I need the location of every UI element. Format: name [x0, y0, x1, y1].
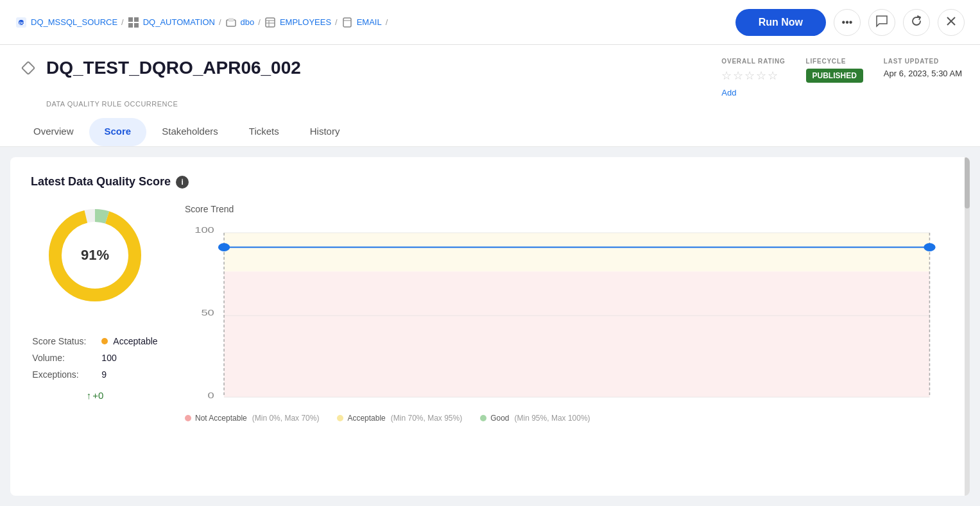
tab-history[interactable]: History [295, 118, 356, 146]
tab-score[interactable]: Score [89, 118, 147, 146]
overall-rating-label: OVERALL RATING [721, 58, 785, 65]
svg-rect-13 [343, 18, 351, 27]
svg-rect-8 [228, 18, 234, 22]
diamond-icon [18, 58, 39, 78]
scrollbar-thumb[interactable] [965, 157, 970, 208]
score-status-row: Score Status: Acceptable [32, 336, 157, 346]
table-icon [264, 17, 276, 28]
tabs-row: Overview Score Stakeholders Tickets Hist… [18, 118, 962, 146]
score-delta: ↑ +0 [87, 390, 104, 401]
legend-acceptable: Acceptable (Min 70%, Max 95%) [337, 414, 462, 423]
legend-label-not-acceptable: Not Acceptable [195, 414, 247, 423]
score-status-label: Score Status: [32, 336, 96, 346]
star-3[interactable]: ☆ [744, 69, 755, 83]
lifecycle-label: LIFECYCLE [806, 58, 863, 65]
legend-sublabel-good: (Min 95%, Max 100%) [515, 414, 590, 423]
svg-rect-4 [134, 17, 139, 22]
schema-icon [225, 17, 237, 28]
breadcrumb-sep-1: / [121, 17, 124, 27]
score-volume-row: Volume: 100 [32, 353, 157, 363]
donut-section: 91% Score Status: Acceptable Volume: 100… [31, 204, 159, 401]
tab-overview[interactable]: Overview [18, 118, 89, 146]
svg-text:DQ: DQ [19, 21, 25, 25]
comment-icon [875, 15, 888, 30]
svg-text:50: 50 [201, 308, 214, 317]
legend-dot-not-acceptable [185, 415, 191, 421]
breadcrumb-column-label: EMAIL [357, 17, 382, 27]
svg-rect-3 [128, 17, 133, 22]
chart-area: 100 50 0 [185, 224, 949, 430]
legend-dot-good [480, 415, 486, 421]
trend-chart-svg: 100 50 0 [185, 224, 949, 404]
data-point-1 [218, 243, 230, 251]
section-title-text: Latest Data Quality Score [31, 175, 171, 189]
legend-good: Good (Min 95%, Max 100%) [480, 414, 590, 423]
data-point-2 [924, 243, 935, 251]
comment-button[interactable] [868, 9, 895, 36]
refresh-button[interactable] [903, 9, 930, 36]
star-5[interactable]: ☆ [768, 69, 778, 83]
star-4[interactable]: ☆ [756, 69, 766, 83]
db-icon: DQ [15, 17, 27, 28]
breadcrumb-automation-label: DQ_AUTOMATION [143, 17, 215, 27]
section-title: Latest Data Quality Score i [31, 175, 949, 189]
delta-arrow: ↑ [87, 390, 92, 401]
breadcrumb-source[interactable]: DQ DQ_MSSQL_SOURCE [15, 17, 117, 28]
scrollbar[interactable] [965, 157, 970, 496]
tab-tickets[interactable]: Tickets [234, 118, 295, 146]
legend-sublabel-not-acceptable: (Min 0%, Max 70%) [252, 414, 320, 423]
svg-rect-6 [134, 23, 139, 28]
breadcrumb-table[interactable]: EMPLOYEES [264, 17, 331, 28]
legend-sublabel-acceptable: (Min 70%, Max 95%) [391, 414, 462, 423]
svg-rect-25 [224, 233, 929, 271]
lifecycle-badge: PUBLISHED [806, 69, 863, 83]
legend-not-acceptable: Not Acceptable (Min 0%, Max 70%) [185, 414, 319, 423]
app-container: DQ DQ_MSSQL_SOURCE / DQ_AUTOMATION / dbo… [0, 0, 980, 506]
star-1[interactable]: ☆ [721, 69, 732, 83]
svg-rect-17 [22, 62, 35, 74]
svg-rect-5 [128, 23, 133, 28]
svg-rect-9 [266, 18, 275, 27]
donut-center-text: 91% [81, 247, 109, 264]
score-volume-value: 100 [101, 353, 116, 363]
column-icon [341, 17, 353, 28]
breadcrumb-column[interactable]: EMAIL [341, 17, 382, 28]
add-rating-link[interactable]: Add [721, 88, 785, 97]
legend-dot-acceptable [337, 415, 343, 421]
breadcrumb-sep-5: / [386, 17, 388, 27]
score-details: Score Status: Acceptable Volume: 100 Exc… [32, 317, 157, 380]
svg-text:0: 0 [208, 391, 214, 400]
donut-chart: 91% [44, 204, 146, 307]
score-exceptions-label: Exceptions: [32, 369, 96, 380]
legend-label-acceptable: Acceptable [347, 414, 385, 423]
breadcrumb-schema[interactable]: dbo [225, 17, 255, 28]
run-now-button[interactable]: Run Now [735, 9, 826, 36]
score-status-value: Acceptable [113, 336, 157, 346]
content-area: Latest Data Quality Score i 91% [10, 157, 970, 496]
overall-rating-block: OVERALL RATING ☆ ☆ ☆ ☆ ☆ Add [721, 58, 785, 97]
breadcrumb-sep-3: / [258, 17, 261, 27]
breadcrumb-source-label: DQ_MSSQL_SOURCE [31, 17, 117, 27]
more-icon: ••• [842, 17, 853, 28]
top-bar: DQ DQ_MSSQL_SOURCE / DQ_AUTOMATION / dbo… [0, 0, 980, 45]
close-button[interactable] [938, 9, 965, 36]
header-section: DQ_TEST_DQRO_APR06_002 OVERALL RATING ☆ … [0, 45, 980, 147]
svg-text:100: 100 [194, 226, 214, 235]
more-options-button[interactable]: ••• [834, 9, 861, 36]
info-icon[interactable]: i [176, 176, 189, 189]
legend-label-good: Good [490, 414, 509, 423]
breadcrumb-automation[interactable]: DQ_AUTOMATION [128, 17, 215, 28]
score-exceptions-row: Exceptions: 9 [32, 369, 157, 380]
header-meta: OVERALL RATING ☆ ☆ ☆ ☆ ☆ Add LIFECYCLE P… [721, 58, 962, 97]
refresh-icon [910, 15, 923, 30]
title-left: DQ_TEST_DQRO_APR06_002 [18, 58, 301, 78]
tab-stakeholders[interactable]: Stakeholders [146, 118, 234, 146]
last-updated-label: LAST UPDATED [884, 58, 962, 65]
score-layout: 91% Score Status: Acceptable Volume: 100… [31, 204, 949, 430]
page-subtitle: DATA QUALITY RULE OCCURRENCE [46, 100, 962, 108]
close-icon [946, 16, 956, 29]
legend-row: Not Acceptable (Min 0%, Max 70%) Accepta… [185, 414, 949, 423]
svg-rect-24 [224, 271, 929, 397]
breadcrumb: DQ DQ_MSSQL_SOURCE / DQ_AUTOMATION / dbo… [15, 17, 388, 28]
star-2[interactable]: ☆ [733, 69, 743, 83]
